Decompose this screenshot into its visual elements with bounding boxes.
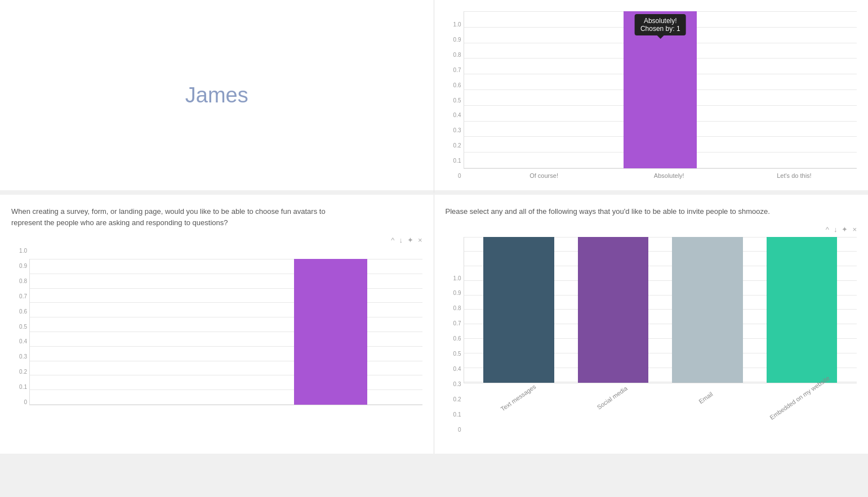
bar-lets-do-this [713, 11, 817, 168]
rb-bar-email [660, 237, 754, 383]
rb-x-label-embedded: Embedded on my website [769, 374, 851, 449]
right-top-x-labels: Of course! Absolutely! Let's do this! [482, 169, 857, 179]
right-bottom-y-axis: 0 0.1 0.2 0.3 0.4 0.5 0.6 0.7 0.8 0.9 1.… [446, 275, 464, 433]
bar-absolutely: Absolutely! Chosen by: 1 [608, 11, 713, 168]
rb-toolbar-close-icon[interactable]: × [852, 225, 857, 234]
bar-of-course [503, 11, 608, 168]
x-label-absolutely: Absolutely! [607, 172, 732, 179]
rb-bar-text-fill [483, 237, 554, 383]
right-top-y-axis: 0 0.1 0.2 0.3 0.4 0.5 0.6 0.7 0.8 0.9 1.… [446, 21, 464, 179]
lb-bar-2 [173, 259, 278, 405]
rb-x-label-text-messages: Text messages [500, 383, 558, 441]
left-bottom-toolbar: ^ ↓ ✦ × [11, 236, 422, 244]
toolbar-settings-icon[interactable]: ✦ [407, 236, 413, 244]
rb-bar-embedded [755, 237, 849, 383]
left-bottom-question: When creating a survey, form, or landing… [11, 206, 349, 228]
rb-x-label-email: Email [698, 390, 735, 433]
main-grid: James 0 0.1 0.2 0.3 0.4 0.5 0.6 0.7 0.8 … [0, 0, 868, 454]
left-bottom-bar-chart: 0 0.1 0.2 0.3 0.4 0.5 0.6 0.7 0.8 0.9 1.… [11, 248, 422, 405]
toolbar-download-icon[interactable]: ↓ [399, 236, 403, 244]
right-bottom-x-labels: Text messages Social media Email Embedde… [482, 388, 857, 433]
x-label-lets-do-this: Let's do this! [732, 172, 857, 179]
right-top-panel: 0 0.1 0.2 0.3 0.4 0.5 0.6 0.7 0.8 0.9 1.… [434, 0, 869, 195]
left-bottom-chart-body [29, 259, 422, 405]
right-top-chart-body: Absolutely! Chosen by: 1 [464, 11, 857, 179]
left-bottom-panel: When creating a survey, form, or landing… [0, 195, 434, 454]
left-top-panel: James [0, 0, 434, 195]
james-label: James [185, 83, 248, 108]
right-bottom-bar-chart: 0 0.1 0.2 0.3 0.4 0.5 0.6 0.7 0.8 0.9 1.… [446, 237, 857, 433]
rb-bar-text-messages [471, 237, 566, 383]
rb-bar-embedded-fill [767, 237, 838, 383]
left-bottom-bars-grid [29, 259, 422, 405]
rb-x-label-social-media: Social media [595, 384, 648, 439]
right-bottom-toolbar: ^ ↓ ✦ × [446, 225, 857, 234]
toolbar-close-icon[interactable]: × [418, 236, 422, 244]
lb-bar-1 [69, 259, 174, 405]
rb-toolbar-download-icon[interactable]: ↓ [834, 225, 838, 234]
x-label-of-course: Of course! [482, 172, 607, 179]
right-bottom-panel: Please select any and all of the followi… [434, 195, 869, 454]
right-top-bars-row: Absolutely! Chosen by: 1 [464, 11, 857, 168]
right-bottom-chart-body: Text messages Social media Email Embedde… [464, 237, 857, 433]
lb-bar-yes-fill [294, 259, 367, 405]
left-bottom-bars-row [30, 259, 422, 405]
right-bottom-bars-row [464, 237, 857, 383]
right-top-chart-wrapper: 0 0.1 0.2 0.3 0.4 0.5 0.6 0.7 0.8 0.9 1.… [446, 11, 857, 179]
lb-bar-yes [278, 259, 383, 405]
right-bottom-question: Please select any and all of the followi… [446, 206, 784, 217]
rb-toolbar-up-icon[interactable]: ^ [826, 225, 829, 234]
right-top-bar-chart: 0 0.1 0.2 0.3 0.4 0.5 0.6 0.7 0.8 0.9 1.… [446, 11, 857, 179]
rb-bar-email-fill [672, 237, 743, 383]
left-bottom-y-axis: 0 0.1 0.2 0.3 0.4 0.5 0.6 0.7 0.8 0.9 1.… [11, 248, 29, 405]
rb-toolbar-settings-icon[interactable]: ✦ [842, 225, 848, 234]
rb-bar-social-media [566, 237, 660, 383]
right-bottom-bars-grid [464, 237, 857, 383]
right-top-bars-grid: Absolutely! Chosen by: 1 [464, 11, 857, 169]
tooltip-label: Absolutely! [640, 17, 680, 25]
absolutely-tooltip: Absolutely! Chosen by: 1 [635, 14, 686, 35]
toolbar-up-icon[interactable]: ^ [391, 236, 394, 244]
rb-bar-social-fill [578, 237, 649, 383]
tooltip-sublabel: Chosen by: 1 [640, 25, 680, 33]
